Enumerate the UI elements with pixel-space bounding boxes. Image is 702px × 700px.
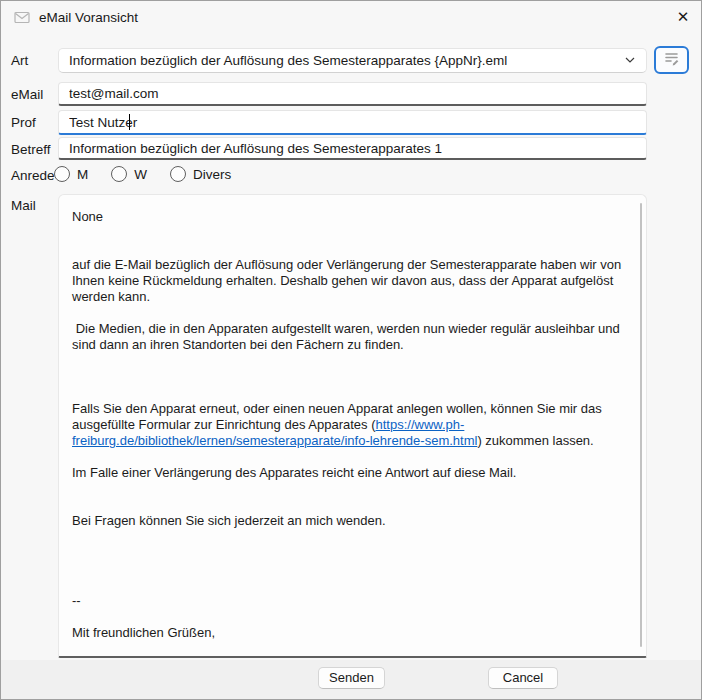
prof-input[interactable] <box>58 110 647 135</box>
betreff-input[interactable] <box>58 137 647 160</box>
email-label: eMail <box>11 87 43 102</box>
title-bar: eMail Voransicht ✕ <box>1 1 701 33</box>
text-cursor <box>129 114 130 130</box>
anrede-radio-group: M W Divers <box>54 166 254 182</box>
radio-circle-w[interactable] <box>111 166 127 182</box>
radio-label-divers: Divers <box>193 167 231 182</box>
edit-template-button[interactable] <box>654 46 689 74</box>
mail-scrollbar[interactable] <box>640 203 643 647</box>
email-preview-dialog: eMail Voransicht ✕ Art Information bezüg… <box>0 0 702 700</box>
close-button[interactable]: ✕ <box>671 5 695 29</box>
footer-bar: Senden Cancel <box>1 660 701 700</box>
chevron-down-icon <box>624 53 636 68</box>
send-button[interactable]: Senden <box>318 667 385 689</box>
radio-option-divers[interactable]: Divers <box>170 166 231 182</box>
window-title: eMail Voransicht <box>39 10 138 25</box>
radio-label-m: M <box>77 167 88 182</box>
mail-body-text: None auf die E-Mail bezüglich der Auflös… <box>72 209 634 658</box>
prof-label: Prof <box>11 115 36 130</box>
radio-circle-divers[interactable] <box>170 166 186 182</box>
art-combobox[interactable]: Information bezüglich der Auflösung des … <box>58 48 647 73</box>
close-icon: ✕ <box>677 8 690 26</box>
cancel-button[interactable]: Cancel <box>488 667 558 689</box>
radio-option-w[interactable]: W <box>111 166 147 182</box>
art-combobox-value: Information bezüglich der Auflösung des … <box>69 53 624 68</box>
anrede-label: Anrede <box>11 168 55 183</box>
betreff-label: Betreff <box>11 142 51 157</box>
email-input[interactable] <box>58 82 647 106</box>
radio-option-m[interactable]: M <box>54 166 88 182</box>
art-label: Art <box>11 53 28 68</box>
envelope-icon <box>14 10 30 28</box>
edit-list-icon <box>663 50 680 70</box>
mail-text-after-link: ) zukommen lassen. Im Falle einer Verlän… <box>72 433 594 658</box>
mail-body-textarea[interactable]: None auf die E-Mail bezüglich der Auflös… <box>58 194 647 658</box>
mail-text-before-link: None auf die E-Mail bezüglich der Auflös… <box>72 209 625 432</box>
radio-circle-m[interactable] <box>54 166 70 182</box>
radio-label-w: W <box>134 167 147 182</box>
mail-label: Mail <box>11 198 36 213</box>
